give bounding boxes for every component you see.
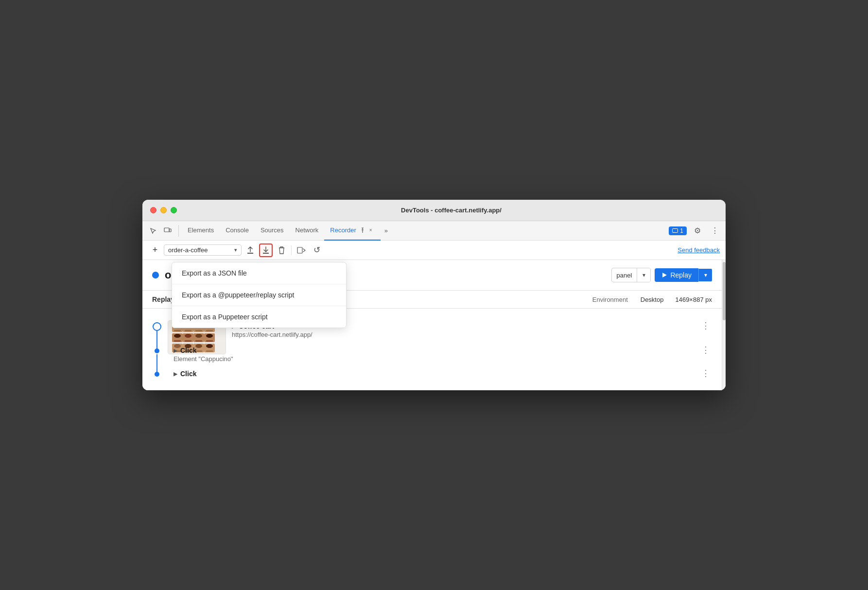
panel-dropdown-arrow-icon[interactable]: ▾ — [637, 268, 650, 282]
upload-icon — [247, 246, 254, 254]
maximize-button[interactable] — [171, 207, 177, 213]
delete-recording-button[interactable] — [275, 243, 288, 257]
tab-network[interactable]: Network — [290, 221, 325, 241]
step-circle-outer-1 — [153, 322, 161, 331]
toolbar-separator-1 — [291, 245, 292, 255]
add-recording-button[interactable]: + — [148, 243, 162, 257]
step-content-3: ▶ Click — [174, 368, 694, 378]
svg-rect-3 — [297, 247, 302, 253]
replay-button-group: Replay ▾ — [655, 268, 712, 282]
close-button[interactable] — [150, 207, 156, 213]
pin-icon — [360, 227, 365, 233]
tab-elements[interactable]: Elements — [182, 221, 220, 241]
svg-rect-11 — [185, 330, 191, 331]
scrollbar-thumb[interactable] — [723, 262, 726, 320]
more-options-icon[interactable]: ⋮ — [708, 224, 722, 238]
recording-selector[interactable]: order-a-coffee ▾ — [164, 244, 242, 256]
recording-status-dot — [152, 272, 159, 278]
tab-console[interactable]: Console — [220, 221, 255, 241]
minimize-button[interactable] — [160, 207, 167, 213]
step-expand-2[interactable]: ▶ — [174, 347, 177, 354]
svg-rect-20 — [174, 340, 181, 342]
notification-badge[interactable]: 1 — [669, 226, 687, 235]
upload-recording-button[interactable] — [243, 243, 257, 257]
svg-rect-23 — [185, 340, 191, 342]
step-more-3[interactable]: ⋮ — [699, 368, 712, 379]
step-title-row-3: ▶ Click — [174, 370, 694, 378]
devtools-window: DevTools - coffee-cart.netlify.app/ Elem… — [142, 200, 726, 390]
tab-recorder[interactable]: Recorder × — [324, 221, 380, 241]
svg-marker-4 — [662, 273, 667, 278]
svg-rect-8 — [174, 330, 181, 331]
devtools-body: Elements Console Sources Network Recorde… — [142, 221, 726, 390]
settings-icon[interactable]: ⚙ — [691, 224, 704, 238]
traffic-lights — [150, 207, 177, 213]
settings-right: Environment Desktop 1469×887 px — [592, 296, 712, 303]
svg-rect-0 — [164, 228, 169, 232]
step-more-1[interactable]: ⋮ — [699, 320, 712, 331]
step-dot-3 — [155, 372, 159, 377]
svg-point-19 — [174, 334, 181, 338]
svg-rect-26 — [195, 340, 202, 342]
export-puppeteer-option[interactable]: Export as a Puppeteer script — [172, 306, 346, 328]
download-icon — [262, 246, 269, 254]
step-dot-2 — [155, 348, 159, 353]
tab-sources[interactable]: Sources — [255, 221, 290, 241]
replay-dropdown-arrow-icon[interactable]: ▾ — [698, 269, 712, 281]
step-over-button[interactable] — [295, 243, 308, 257]
svg-rect-17 — [206, 330, 213, 331]
more-tabs-button[interactable]: » — [381, 227, 392, 234]
environment-label: Environment — [592, 296, 628, 303]
svg-point-28 — [206, 334, 213, 338]
svg-rect-29 — [206, 340, 213, 342]
panel-selector: panel ▾ Replay ▾ — [611, 268, 712, 282]
recorder-toolbar: + order-a-coffee ▾ — [142, 241, 726, 260]
step-over-icon — [297, 247, 306, 254]
export-recording-button[interactable] — [259, 243, 273, 257]
nav-right: 1 ⚙ ⋮ — [669, 224, 722, 238]
nav-divider-1 — [178, 225, 179, 237]
device-toggle-icon[interactable] — [161, 224, 174, 238]
nav-bar: Elements Console Sources Network Recorde… — [142, 221, 726, 241]
window-title: DevTools - coffee-cart.netlify.app/ — [185, 207, 718, 214]
close-recorder-tab[interactable]: × — [367, 226, 375, 234]
step-title-row-2: ▶ Click — [174, 347, 694, 354]
title-bar: DevTools - coffee-cart.netlify.app/ — [142, 200, 726, 221]
svg-rect-14 — [195, 330, 202, 331]
svg-rect-2 — [673, 228, 678, 232]
panel-dropdown[interactable]: panel ▾ — [611, 268, 651, 282]
step-title-3: Click — [180, 370, 196, 378]
replay-main-button[interactable]: Replay — [655, 268, 698, 282]
desktop-value: Desktop — [641, 296, 664, 303]
step-expand-3[interactable]: ▶ — [174, 371, 177, 377]
step-subtitle-2: Element "Cappucino" — [174, 355, 694, 363]
selector-chevron-icon: ▾ — [234, 247, 237, 253]
export-dropdown: Export as a JSON file Export as a @puppe… — [172, 262, 347, 328]
step-subtitle-1: https://coffee-cart.netlify.app/ — [232, 331, 694, 338]
step-timeline-3 — [152, 368, 162, 377]
step-title-2: Click — [180, 347, 196, 354]
chat-icon — [672, 228, 678, 233]
step-content-2: ▶ Click Element "Cappucino" — [174, 345, 694, 363]
svg-point-25 — [195, 334, 202, 338]
dimensions-value: 1469×887 px — [675, 296, 712, 303]
export-puppeteer-replay-option[interactable]: Export as a @puppeteer/replay script — [172, 284, 346, 306]
select-tool-icon[interactable] — [146, 224, 160, 238]
svg-rect-1 — [170, 229, 172, 232]
replay-loop-button[interactable]: ↺ — [310, 243, 324, 257]
trash-icon — [278, 246, 285, 254]
send-feedback-link[interactable]: Send feedback — [677, 246, 720, 254]
export-json-option[interactable]: Export as a JSON file — [172, 262, 346, 284]
svg-point-22 — [185, 334, 191, 338]
play-icon — [661, 272, 667, 278]
scrollbar[interactable] — [722, 260, 726, 390]
step-more-2[interactable]: ⋮ — [699, 345, 712, 355]
step-click-2[interactable]: ▶ Click ⋮ — [142, 368, 722, 382]
